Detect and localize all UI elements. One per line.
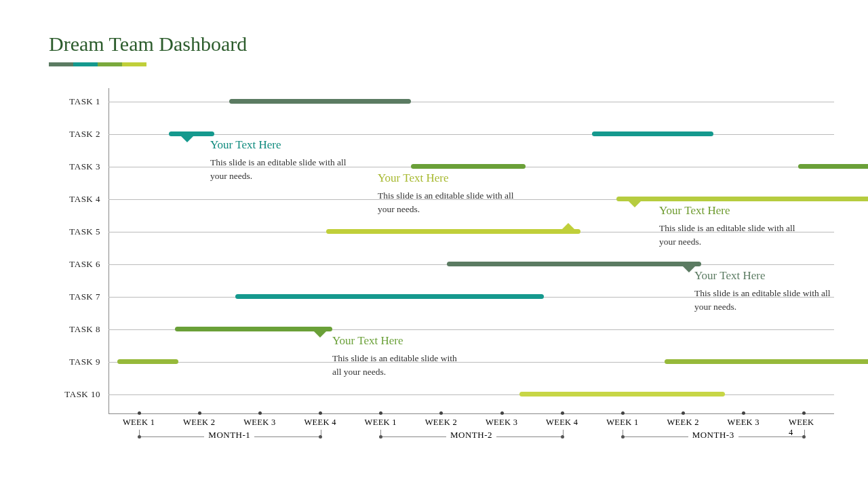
bracket-dot [802,435,806,439]
row-label: TASK 3 [41,161,100,172]
gridline [108,102,834,102]
bracket-dot [138,435,141,439]
x-tick-label: WEEK 1 [123,418,155,428]
annotation-heading: Your Text Here [694,269,837,283]
x-tick-label: WEEK 3 [243,418,275,428]
month-label: MONTH-2 [446,430,496,441]
callout-arrow-icon [682,266,696,272]
annotation-box: Your Text HereThis slide is an editable … [332,334,468,378]
row-label: TASK 10 [41,389,100,400]
x-tick-dot [258,411,262,415]
row-label: TASK 1 [41,96,100,107]
gantt-bar [411,164,526,169]
gantt-bar [519,392,725,396]
row-label: TASK 7 [41,291,100,302]
x-axis-line [108,413,834,414]
bracket-dot [379,435,382,439]
underline-seg [73,62,98,66]
bracket-dot [319,435,322,439]
row-label: TASK 5 [41,226,100,237]
gantt-bar [229,99,411,104]
annotation-box: Your Text HereThis slide is an editable … [378,171,520,216]
annotation-body: This slide is an editable slide with all… [659,222,802,248]
bracket-dot [561,435,564,439]
annotation-box: Your Text HereThis slide is an editable … [210,138,353,182]
gantt-bar [447,262,701,266]
callout-arrow-icon [561,223,575,230]
callout-arrow-icon [313,331,327,338]
row-label: TASK 8 [41,324,100,335]
x-tick-label: WEEK 2 [425,418,457,428]
annotation-box: Your Text HereThis slide is an editable … [659,204,802,248]
x-tick-label: WEEK 1 [365,418,397,428]
x-tick-dot [138,411,141,415]
x-tick-dot [742,411,745,415]
gridline [108,134,834,135]
callout-arrow-icon [180,136,194,142]
x-tick-label: WEEK 3 [486,418,517,428]
month-label: MONTH-3 [688,430,738,441]
annotation-heading: Your Text Here [378,171,520,185]
gantt-chart: TASK 1TASK 2TASK 3TASK 4TASK 5TASK 6TASK… [41,88,834,434]
x-tick-label: WEEK 3 [728,418,760,428]
x-tick-label: WEEK 2 [667,418,698,428]
annotation-heading: Your Text Here [210,138,353,152]
gridline [108,394,834,395]
row-label: TASK 9 [41,357,100,367]
gantt-bar [592,131,713,136]
row-label: TASK 2 [41,129,100,140]
gantt-row: TASK 2 [41,121,834,153]
bracket-dot [621,435,625,439]
x-axis: WEEK 1WEEK 2WEEK 3WEEK 4WEEK 1WEEK 2WEEK… [108,413,834,434]
x-tick-dot [379,411,382,415]
gantt-row: TASK 1 [41,88,834,121]
month-label: MONTH-1 [204,430,254,441]
underline-seg [49,62,73,66]
gantt-bar [117,359,178,364]
annotation-heading: Your Text Here [659,204,802,218]
annotation-body: This slide is an editable slide with all… [332,352,468,378]
underline-seg [98,62,122,66]
x-tick-dot [682,411,685,415]
x-tick-dot [500,411,504,415]
annotation-body: This slide is an editable slide with all… [210,156,353,182]
callout-arrow-icon [628,201,642,207]
x-tick-label: WEEK 1 [606,418,638,428]
gantt-bar [235,294,544,299]
x-tick-dot [621,411,625,415]
x-tick-dot [198,411,201,415]
gantt-bar [616,197,868,201]
page-title: Dream Team Dashboard [49,33,247,56]
underline-seg [122,62,146,66]
annotation-box: Your Text HereThis slide is an editable … [694,269,837,313]
gantt-row: TASK 10 [41,381,834,413]
x-tick-dot [561,411,564,415]
annotation-heading: Your Text Here [332,334,468,348]
x-tick-dot [802,411,806,415]
gantt-bar [798,164,869,169]
x-tick-dot [319,411,322,415]
gantt-bar [326,229,580,234]
gantt-bar [665,359,868,364]
row-label: TASK 4 [41,194,100,205]
annotation-body: This slide is an editable slide with all… [694,287,837,313]
x-tick-label: WEEK 4 [304,418,336,428]
row-label: TASK 6 [41,259,100,270]
x-tick-label: WEEK 4 [546,418,578,428]
gantt-bar [175,327,332,331]
title-underline [49,62,146,66]
x-tick-label: WEEK 2 [183,418,215,428]
x-tick-dot [439,411,443,415]
annotation-body: This slide is an editable slide with all… [378,189,520,216]
